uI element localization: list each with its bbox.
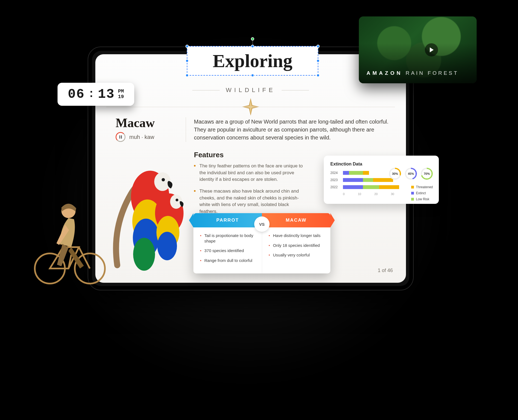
clock-colon: : [88, 89, 95, 100]
video-caption: AMAZON RAIN FOREST [367, 70, 459, 76]
compare-right-item: Have distinctly longer tails [269, 233, 325, 238]
chart-donuts: 30%45%70% [389, 168, 433, 180]
comparison-card: PARROT MACAW VS Tail is propotionate to … [193, 213, 330, 273]
svg-point-8 [133, 238, 155, 271]
vs-badge: VS [254, 216, 270, 232]
intro-paragraph: Macaws are a group of New World parrots … [194, 118, 388, 142]
clock-minutes: 13 [98, 87, 115, 102]
svg-point-15 [157, 232, 177, 260]
compare-left-item: Range from dull to colorful [200, 258, 256, 263]
pronunciation-text: muh · kaw [129, 134, 154, 140]
pronounce-button[interactable] [116, 132, 125, 142]
slide-subtitle: WILDLIFE [226, 87, 275, 94]
subject-heading: Macaw [116, 116, 155, 130]
resize-handle-bl[interactable] [185, 74, 189, 77]
svg-point-13 [176, 199, 178, 201]
svg-point-10 [162, 178, 165, 181]
resize-handle-mr[interactable] [316, 59, 320, 62]
macaw-image [106, 150, 188, 276]
pause-icon [119, 135, 122, 139]
slide-canvas[interactable]: Exploring WILDLIFE Macaw [95, 54, 406, 283]
features-list: The tiny feather patterns on the face ar… [194, 163, 306, 220]
resize-handle-tr[interactable] [316, 45, 320, 48]
compare-header-right: MACAW [262, 213, 330, 227]
compare-right-item: Only 18 species identified [269, 243, 325, 248]
resize-handle-br[interactable] [316, 74, 320, 77]
subtitle-row: WILDLIFE [95, 87, 406, 94]
chart-title: Extinction Data [330, 162, 432, 167]
video-card[interactable]: AMAZON RAIN FOREST [359, 16, 477, 83]
rotate-handle[interactable] [251, 37, 254, 41]
compare-right-item: Usually very colorful [269, 252, 325, 258]
compare-left-item: Tail is propotionate to body shape [200, 233, 256, 244]
compare-header-left: PARROT [193, 213, 262, 227]
play-icon[interactable] [425, 43, 438, 56]
chart-card: Extinction Data 202420232022 0102030 30%… [324, 156, 439, 204]
resize-handle-bm[interactable] [251, 74, 254, 77]
clock-ampm: PM [118, 89, 124, 94]
feature-item: The tiny feather patterns on the face ar… [194, 163, 306, 183]
slide-title: Exploring [213, 50, 293, 72]
clock-day: 19 [118, 94, 124, 100]
resize-handle-tm[interactable] [251, 45, 254, 48]
features-heading: Features [194, 151, 224, 159]
feature-item: These macaws also have black around chin… [194, 188, 306, 215]
resize-handle-tl[interactable] [185, 45, 189, 48]
compare-left-item: 370 species identified [200, 248, 256, 253]
title-textbox[interactable]: Exploring [187, 46, 318, 76]
clock-widget: 06 : 13 PM 19 [58, 83, 134, 106]
chart-legend: Threatened Extinct Low Risk [411, 185, 433, 203]
cyclist-illustration [30, 186, 107, 285]
clock-hours: 06 [68, 87, 85, 102]
page-indicator: 1 of 46 [378, 268, 393, 273]
resize-handle-ml[interactable] [185, 59, 189, 62]
